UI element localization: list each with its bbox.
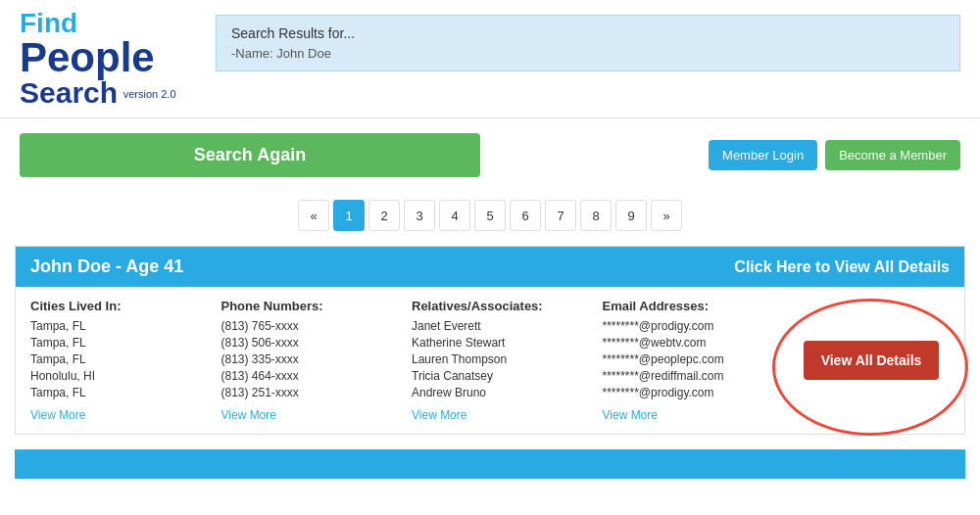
search-results-box: Search Results for... -Name: John Doe xyxy=(216,15,960,71)
phone-item-1: (813) 765-xxxx xyxy=(221,319,413,333)
emails-view-more[interactable]: View More xyxy=(603,408,658,422)
logo: Find People Search version 2.0 xyxy=(20,10,216,108)
logo-version-text: version 2.0 xyxy=(123,88,176,100)
phone-item-3: (813) 335-xxxx xyxy=(221,352,413,366)
cities-label: Cities Lived In: xyxy=(30,299,221,313)
email-item-5: ********@prodigy.com xyxy=(603,386,794,399)
email-item-2: ********@webtv.com xyxy=(603,336,794,350)
become-member-button[interactable]: Become a Member xyxy=(825,140,960,170)
phones-view-more[interactable]: View More xyxy=(221,408,276,422)
pagination-page-1[interactable]: 1 xyxy=(333,200,365,231)
relatives-view-more[interactable]: View More xyxy=(412,408,466,422)
pagination-next[interactable]: » xyxy=(651,200,682,231)
logo-people: People xyxy=(20,37,216,78)
logo-find: Find xyxy=(20,10,216,37)
pagination-page-3[interactable]: 3 xyxy=(404,200,435,231)
logo-search-text: Search xyxy=(20,76,118,109)
logo-search-version: Search version 2.0 xyxy=(20,78,216,108)
relative-item-1: Janet Everett xyxy=(412,319,603,333)
relative-item-2: Katherine Stewart xyxy=(412,336,603,350)
phones-label: Phone Numbers: xyxy=(221,299,413,313)
relative-item-3: Lauren Thompson xyxy=(412,352,603,366)
phone-item-2: (813) 506-xxxx xyxy=(221,336,413,350)
city-item-4: Honolulu, HI xyxy=(30,369,221,383)
relatives-column: Relatives/Associates: Janet Everett Kath… xyxy=(412,299,603,422)
result-body: Cities Lived In: Tampa, FL Tampa, FL Tam… xyxy=(16,287,964,434)
pagination-page-8[interactable]: 8 xyxy=(580,200,612,231)
emails-column: Email Addresses: ********@prodigy.com **… xyxy=(603,299,794,422)
search-results-title: Search Results for... xyxy=(231,25,945,41)
city-item-1: Tampa, FL xyxy=(30,319,221,333)
email-item-4: ********@rediffmail.com xyxy=(603,369,794,383)
result-name: John Doe - Age 41 xyxy=(30,257,183,277)
search-again-bar: Search Again Member Login Become a Membe… xyxy=(0,118,980,192)
bottom-bar xyxy=(15,449,965,479)
email-item-1: ********@prodigy.com xyxy=(603,319,794,333)
pagination: « 1 2 3 4 5 6 7 8 9 » xyxy=(0,192,980,246)
cities-view-more[interactable]: View More xyxy=(30,408,85,422)
result-header: John Doe - Age 41 Click Here to View All… xyxy=(16,247,964,287)
relative-item-4: Tricia Canatsey xyxy=(412,369,603,383)
result-card: John Doe - Age 41 Click Here to View All… xyxy=(15,246,965,435)
relative-item-5: Andrew Bruno xyxy=(412,386,603,399)
result-cta: Click Here to View All Details xyxy=(734,258,950,276)
view-all-column: View All Details xyxy=(793,299,950,422)
search-again-button[interactable]: Search Again xyxy=(20,133,480,177)
page-wrapper: Find People Search version 2.0 Search Re… xyxy=(0,0,980,515)
pagination-prev[interactable]: « xyxy=(298,200,329,231)
member-login-button[interactable]: Member Login xyxy=(709,140,817,170)
pagination-page-5[interactable]: 5 xyxy=(474,200,506,231)
pagination-page-2[interactable]: 2 xyxy=(368,200,400,231)
city-item-3: Tampa, FL xyxy=(30,352,221,366)
city-item-2: Tampa, FL xyxy=(30,336,221,350)
emails-label: Email Addresses: xyxy=(603,299,794,313)
view-all-details-button[interactable]: View All Details xyxy=(804,341,940,380)
phone-item-4: (813) 464-xxxx xyxy=(221,369,413,383)
phones-column: Phone Numbers: (813) 765-xxxx (813) 506-… xyxy=(221,299,413,422)
cities-column: Cities Lived In: Tampa, FL Tampa, FL Tam… xyxy=(30,299,221,422)
pagination-page-4[interactable]: 4 xyxy=(439,200,470,231)
header: Find People Search version 2.0 Search Re… xyxy=(0,0,980,118)
auth-buttons: Member Login Become a Member xyxy=(709,140,960,170)
phone-item-5: (813) 251-xxxx xyxy=(221,386,413,399)
pagination-page-7[interactable]: 7 xyxy=(545,200,576,231)
pagination-page-9[interactable]: 9 xyxy=(615,200,647,231)
relatives-label: Relatives/Associates: xyxy=(412,299,603,313)
search-results-name: -Name: John Doe xyxy=(231,46,945,61)
pagination-page-6[interactable]: 6 xyxy=(510,200,541,231)
email-item-3: ********@peoplepc.com xyxy=(603,352,794,366)
city-item-5: Tampa, FL xyxy=(30,386,221,399)
